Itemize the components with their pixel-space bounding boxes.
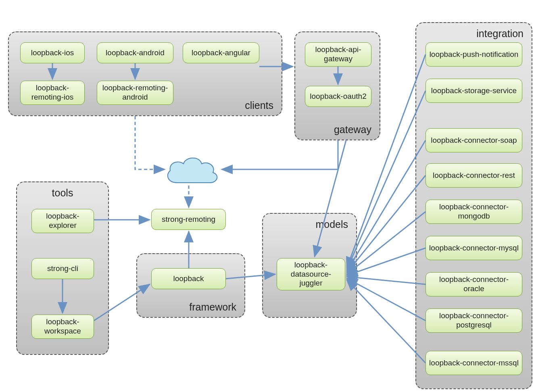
- label: loopback-oauth2: [310, 92, 367, 101]
- label: strong-remoting: [162, 215, 215, 224]
- node-loopback-workspace: loopback-workspace: [31, 315, 94, 339]
- cloud-icon: [161, 152, 222, 191]
- label: loopback-connector-mongodb: [429, 202, 519, 221]
- node-loopback-remoting-ios: loopback-remoting-ios: [20, 81, 85, 105]
- node-loopback-ios: loopback-ios: [20, 42, 85, 63]
- node-loopback-connector-soap: loopback-connector-soap: [426, 128, 522, 152]
- label: strong-cli: [47, 264, 78, 273]
- label: loopback-connector-rest: [433, 171, 515, 180]
- node-loopback-connector-oracle: loopback-connector-oracle: [426, 272, 522, 296]
- node-loopback-push-notification: loopback-push-notification: [426, 42, 522, 67]
- label: loopback-ios: [31, 48, 74, 58]
- label: loopback-remoting-ios: [24, 83, 81, 102]
- node-strong-remoting: strong-remoting: [151, 209, 226, 230]
- node-loopback: loopback: [151, 268, 226, 289]
- node-strong-cli: strong-cli: [31, 258, 94, 279]
- label: loopback-datasource-juggler: [280, 261, 342, 288]
- svg-line-17: [347, 277, 426, 284]
- label: loopback-connector-mysql: [429, 244, 519, 253]
- node-loopback-connector-postgresql: loopback-connector-postgresql: [426, 309, 522, 333]
- label: loopback: [173, 274, 204, 284]
- group-gateway-label: gateway: [334, 124, 371, 136]
- label: loopback-connector-mssql: [429, 359, 519, 368]
- node-loopback-remoting-android: loopback-remoting-android: [97, 81, 173, 105]
- node-loopback-connector-mssql: loopback-connector-mssql: [426, 351, 522, 375]
- svg-line-18: [347, 278, 426, 321]
- node-loopback-connector-rest: loopback-connector-rest: [426, 163, 522, 188]
- svg-line-13: [347, 140, 426, 271]
- svg-line-15: [347, 212, 426, 274]
- group-models-label: models: [315, 219, 348, 230]
- node-loopback-angular: loopback-angular: [183, 42, 259, 63]
- node-loopback-datasource-juggler: loopback-datasource-juggler: [277, 258, 345, 290]
- group-framework-label: framework: [189, 301, 236, 313]
- node-loopback-explorer: loopback-explorer: [31, 209, 94, 233]
- label: loopback-connector-postgresql: [429, 311, 519, 330]
- label: loopback-api-gateway: [309, 45, 368, 64]
- group-clients-label: clients: [245, 100, 273, 111]
- label: loopback-push-notification: [430, 50, 519, 59]
- group-integration-label: integration: [476, 28, 524, 40]
- node-loopback-connector-mongodb: loopback-connector-mongodb: [426, 200, 522, 224]
- group-tools-label: tools: [52, 187, 73, 199]
- node-loopback-android: loopback-android: [97, 42, 173, 63]
- label: loopback-connector-soap: [431, 136, 517, 145]
- svg-line-19: [347, 280, 426, 363]
- label: loopback-android: [106, 48, 165, 58]
- node-loopback-connector-mysql: loopback-connector-mysql: [426, 236, 522, 260]
- node-loopback-api-gateway: loopback-api-gateway: [305, 42, 371, 67]
- label: loopback-workspace: [35, 317, 90, 336]
- svg-line-16: [347, 248, 426, 275]
- label: loopback-connector-oracle: [429, 275, 519, 294]
- label: loopback-explorer: [35, 212, 90, 230]
- svg-line-14: [347, 175, 426, 273]
- label: loopback-remoting-android: [100, 83, 170, 102]
- node-loopback-storage-service: loopback-storage-service: [426, 79, 522, 103]
- node-loopback-oauth2: loopback-oauth2: [305, 86, 371, 107]
- label: loopback-storage-service: [431, 86, 517, 96]
- label: loopback-angular: [192, 48, 250, 58]
